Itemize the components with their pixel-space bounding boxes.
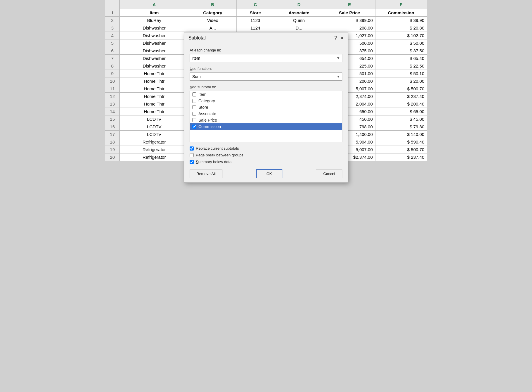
summary-below-label: Summary below data [196,160,231,164]
listbox-item-associate[interactable]: Associate [190,110,342,117]
checkbox-item[interactable] [192,92,196,96]
cancel-button[interactable]: Cancel [316,170,342,178]
col-header-f[interactable]: F [375,0,427,9]
row-num-14: 14 [105,108,120,115]
col-header-b[interactable]: B [189,0,236,9]
listbox-item-item[interactable]: Item [190,91,342,98]
table-cell[interactable]: $ 39.90 [375,17,427,24]
table-cell[interactable]: $ 37.50 [375,47,427,55]
checkbox-page-break[interactable] [190,153,194,157]
table-cell[interactable]: $ 50.10 [375,70,427,77]
add-subtotal-label: Add subtotal to: [190,85,342,89]
table-cell[interactable]: LCDTV [119,131,189,138]
cell-1b[interactable]: Category [189,9,236,17]
col-header-a[interactable]: A [119,0,189,9]
table-cell[interactable]: 208.00 [324,24,375,32]
table-cell[interactable]: $ 65.00 [375,108,427,115]
cell-1f[interactable]: Commission [375,9,427,17]
table-cell[interactable]: $ 237.40 [375,153,427,161]
table-cell[interactable]: A... [189,24,236,32]
dialog-title: Subtotal [188,35,206,41]
cell-1a[interactable]: Item [119,9,189,17]
table-cell[interactable]: Dishwasher [119,47,189,55]
table-cell[interactable]: $ 237.40 [375,93,427,100]
at-each-change-label: At each change in: [190,48,342,52]
listbox-item-commission[interactable]: Commission [190,123,342,130]
table-cell[interactable]: 1124 [236,24,274,32]
checkbox-category[interactable] [192,99,196,103]
row-num-8: 8 [105,62,120,70]
table-cell[interactable]: Dishwasher [119,62,189,70]
table-cell[interactable]: D... [274,24,324,32]
row-num-11: 11 [105,85,120,93]
table-cell[interactable]: $ 65.40 [375,55,427,62]
checkbox-replace-subtotals[interactable] [190,146,194,151]
remove-all-button[interactable]: Remove All [190,170,222,178]
table-cell[interactable]: $ 500.70 [375,146,427,153]
table-cell[interactable]: Refrigerator [119,138,189,146]
table-cell[interactable]: Quinn [274,17,324,24]
table-cell[interactable]: LCDTV [119,115,189,123]
table-cell[interactable]: $ 590.40 [375,138,427,146]
add-subtotal-listbox[interactable]: Item Category Store Associate Sale Price [190,91,342,142]
row-num-13: 13 [105,100,120,108]
table-cell[interactable]: Home Thtr [119,108,189,115]
cell-1c[interactable]: Store [236,9,274,17]
table-cell[interactable]: Refrigerator [119,146,189,153]
table-cell[interactable]: Dishwasher [119,39,189,47]
table-cell[interactable]: Video [189,17,236,24]
cell-1e[interactable]: Sale Price [324,9,375,17]
table-cell[interactable]: $ 20.80 [375,24,427,32]
checkbox-sale-price[interactable] [192,118,196,122]
ok-button[interactable]: OK [256,169,282,178]
table-cell[interactable]: $ 399.00 [324,17,375,24]
col-header-c[interactable]: C [236,0,274,9]
replace-subtotals-row[interactable]: Replace current subtotals [190,146,342,151]
listbox-item-sale-price[interactable]: Sale Price [190,117,342,123]
table-cell[interactable]: $ 140.00 [375,131,427,138]
row-1: 1 Item Category Store Associate Sale Pri… [105,9,427,17]
table-cell[interactable]: LCDTV [119,123,189,131]
dialog-buttons: Remove All OK Cancel [190,169,342,178]
table-cell[interactable]: $ 22.50 [375,62,427,70]
at-each-change-select[interactable]: Item Category Store Associate Sale Price… [190,54,342,62]
summary-below-row[interactable]: Summary below data [190,160,342,164]
table-cell[interactable]: Home Thtr [119,77,189,85]
table-cell[interactable]: Refrigerator [119,153,189,161]
checkbox-associate[interactable] [192,112,196,116]
col-header-d[interactable]: D [274,0,324,9]
table-cell[interactable]: Home Thtr [119,85,189,93]
dialog-body: At each change in: Item Category Store A… [184,43,348,182]
page-break-label: Page break between groups [196,153,243,157]
table-cell[interactable]: 1123 [236,17,274,24]
use-function-select[interactable]: Sum Count Average Max Min [190,72,342,81]
page-break-row[interactable]: Page break between groups [190,153,342,157]
at-each-change-select-wrapper: Item Category Store Associate Sale Price… [190,54,342,62]
listbox-item-category[interactable]: Category [190,98,342,104]
table-row: 3DishwasherA...1124D...208.00$ 20.80 [105,24,427,32]
listbox-item-store[interactable]: Store [190,104,342,110]
table-cell[interactable]: Home Thtr [119,70,189,77]
table-cell[interactable]: Dishwasher [119,32,189,39]
table-cell[interactable]: $ 200.40 [375,100,427,108]
cell-1d[interactable]: Associate [274,9,324,17]
table-cell[interactable]: $ 50.00 [375,39,427,47]
table-cell[interactable]: $ 102.70 [375,32,427,39]
help-icon[interactable]: ? [334,35,337,41]
table-cell[interactable]: Home Thtr [119,93,189,100]
table-cell[interactable]: Dishwasher [119,55,189,62]
table-cell[interactable]: $ 79.80 [375,123,427,131]
checkbox-commission[interactable] [192,125,196,129]
col-header-e[interactable]: E [324,0,375,9]
table-cell[interactable]: $ 20.00 [375,77,427,85]
checkbox-summary-below[interactable] [190,160,194,164]
checkbox-store[interactable] [192,105,196,109]
table-cell[interactable]: $ 45.00 [375,115,427,123]
close-icon[interactable]: × [340,35,344,41]
table-cell[interactable]: BluRay [119,17,189,24]
table-cell[interactable]: Dishwasher [119,24,189,32]
table-cell[interactable]: $ 500.70 [375,85,427,93]
table-cell[interactable]: Home Thtr [119,100,189,108]
row-num-6: 6 [105,47,120,55]
row-num-9: 9 [105,70,120,77]
